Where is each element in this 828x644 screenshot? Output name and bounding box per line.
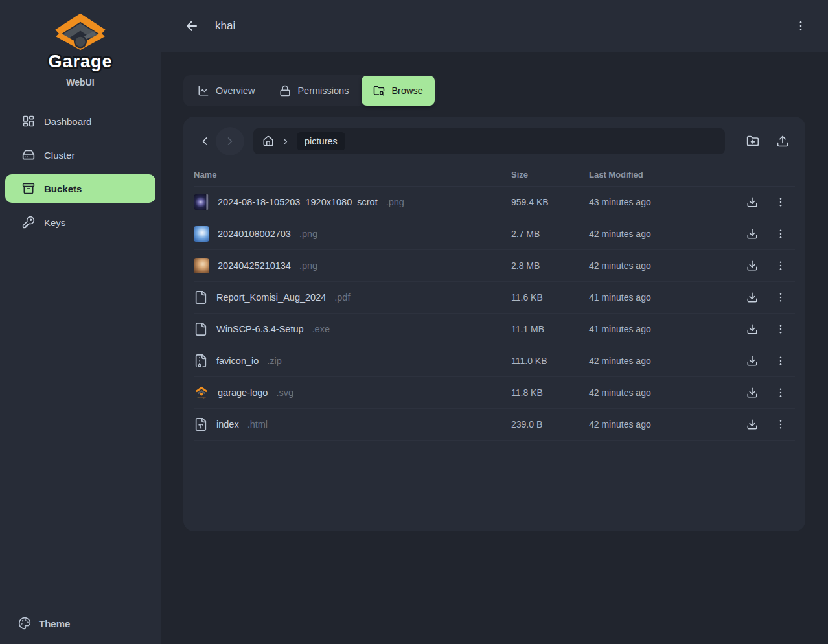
download-button[interactable]: [741, 317, 764, 341]
file-size: 2.7 MB: [511, 229, 589, 239]
folder-search-icon: [373, 85, 385, 97]
back-button[interactable]: [183, 17, 201, 35]
breadcrumb-folder[interactable]: pictures: [297, 132, 345, 150]
row-menu-button[interactable]: [769, 317, 792, 341]
table-row[interactable]: favicon_io.zip 111.0 KB 42 minutes ago: [194, 345, 795, 377]
column-header-name: Name: [194, 170, 511, 179]
download-icon: [746, 419, 758, 430]
file-name: Report_Komisi_Aug_2024: [216, 292, 326, 303]
tab-label: Browse: [391, 86, 422, 96]
sidebar-item-label: Buckets: [44, 183, 82, 194]
tab-permissions[interactable]: Permissions: [268, 78, 360, 104]
download-button[interactable]: [741, 222, 764, 246]
ellipsis-vertical-icon: [775, 260, 787, 271]
file-extension: .html: [247, 419, 268, 430]
row-menu-button[interactable]: [769, 254, 792, 277]
line-chart-icon: [198, 85, 209, 97]
file-modified: 41 minutes ago: [589, 292, 738, 303]
file-name: 20240108002703: [218, 229, 291, 239]
history-back-button[interactable]: [194, 130, 216, 152]
sidebar: Garage WebUI Dashboard Cluster Buckets: [0, 0, 161, 644]
table-row[interactable]: 20240108002703.png 2.7 MB 42 minutes ago: [194, 218, 795, 250]
file-name: 20240425210134: [218, 260, 291, 271]
download-icon: [746, 355, 758, 367]
download-icon: [746, 196, 758, 208]
table-row[interactable]: 20240425210134.png 2.8 MB 42 minutes ago: [194, 250, 795, 282]
download-button[interactable]: [741, 413, 764, 436]
breadcrumb: pictures: [253, 128, 725, 154]
file-table: Name Size Last Modified 2024-08-18-10520…: [194, 163, 795, 441]
history-forward-button[interactable]: [216, 127, 244, 155]
file-name: 2024-08-18-105203_1920x1080_scrot: [218, 197, 378, 207]
table-row[interactable]: Garage garage-logo.svg 11.8 KB 42 minute…: [194, 377, 795, 409]
file-name: index: [216, 419, 239, 430]
file-name-cell: 2024-08-18-105203_1920x1080_scrot.png: [194, 194, 511, 210]
download-icon: [746, 387, 758, 398]
file-size: 239.0 B: [511, 419, 589, 430]
table-row[interactable]: index.html 239.0 B 42 minutes ago: [194, 409, 795, 441]
file-modified: 42 minutes ago: [589, 419, 738, 430]
file-name-cell: Garage garage-logo.svg: [194, 385, 511, 400]
bucket-tabs: Overview Permissions Browse: [183, 75, 437, 106]
main-area: khai Overview Permissions Browse: [161, 0, 828, 644]
upload-button[interactable]: [770, 129, 795, 154]
table-row[interactable]: 2024-08-18-105203_1920x1080_scrot.png 95…: [194, 187, 795, 218]
ellipsis-vertical-icon: [775, 292, 787, 303]
row-menu-button[interactable]: [769, 349, 792, 373]
tab-overview[interactable]: Overview: [186, 78, 266, 104]
table-row[interactable]: Report_Komisi_Aug_2024.pdf 11.6 KB 41 mi…: [194, 282, 795, 314]
content-area: Overview Permissions Browse: [161, 52, 828, 644]
file-modified: 42 minutes ago: [589, 260, 738, 271]
row-menu-button[interactable]: [769, 190, 792, 214]
file-icon: [194, 290, 208, 305]
file-size: 11.8 KB: [511, 387, 589, 398]
image-thumbnail: [194, 194, 209, 210]
file-icon: [194, 322, 208, 336]
theme-toggle[interactable]: Theme: [0, 617, 161, 644]
download-button[interactable]: [741, 349, 764, 373]
download-icon: [746, 323, 758, 335]
tab-label: Permissions: [297, 86, 349, 96]
upload-icon: [776, 135, 789, 148]
row-menu-button[interactable]: [769, 381, 792, 404]
file-extension: .pdf: [334, 292, 350, 303]
key-icon: [22, 216, 35, 229]
sidebar-item-dashboard[interactable]: Dashboard: [5, 107, 155, 135]
download-button[interactable]: [741, 254, 764, 277]
table-row[interactable]: WinSCP-6.3.4-Setup.exe 11.1 MB 41 minute…: [194, 314, 795, 345]
file-name-cell: 20240108002703.png: [194, 226, 511, 242]
page-header: khai: [161, 0, 828, 52]
new-folder-button[interactable]: [741, 129, 765, 154]
file-name-cell: favicon_io.zip: [194, 354, 511, 368]
download-icon: [746, 228, 758, 240]
header-menu-button[interactable]: [792, 17, 810, 35]
sidebar-item-buckets[interactable]: Buckets: [5, 174, 155, 203]
app-subtitle: WebUI: [0, 77, 161, 87]
file-name-cell: index.html: [194, 417, 511, 431]
ellipsis-vertical-icon: [775, 387, 787, 398]
file-modified: 41 minutes ago: [589, 324, 738, 334]
file-extension: .png: [299, 229, 317, 239]
file-size: 959.4 KB: [511, 197, 589, 207]
download-icon: [746, 292, 758, 303]
file-name-cell: WinSCP-6.3.4-Setup.exe: [194, 322, 511, 336]
row-menu-button[interactable]: [769, 286, 792, 309]
sidebar-item-keys[interactable]: Keys: [5, 208, 155, 236]
lock-icon: [279, 85, 291, 97]
download-button[interactable]: [741, 190, 764, 214]
download-button[interactable]: [741, 286, 764, 309]
sidebar-nav: Dashboard Cluster Buckets Keys: [0, 107, 161, 236]
row-menu-button[interactable]: [769, 413, 792, 436]
tab-browse[interactable]: Browse: [362, 76, 434, 106]
file-name: WinSCP-6.3.4-Setup: [216, 324, 304, 334]
file-name-cell: 20240425210134.png: [194, 258, 511, 273]
file-modified: 42 minutes ago: [589, 229, 738, 239]
image-thumbnail: [194, 226, 209, 242]
bucket-box-icon: [22, 182, 35, 195]
home-icon[interactable]: [262, 135, 274, 147]
file-extension: .png: [299, 260, 317, 271]
file-archive-icon: [194, 354, 208, 368]
row-menu-button[interactable]: [769, 222, 792, 246]
download-button[interactable]: [741, 381, 764, 404]
sidebar-item-cluster[interactable]: Cluster: [5, 141, 155, 169]
